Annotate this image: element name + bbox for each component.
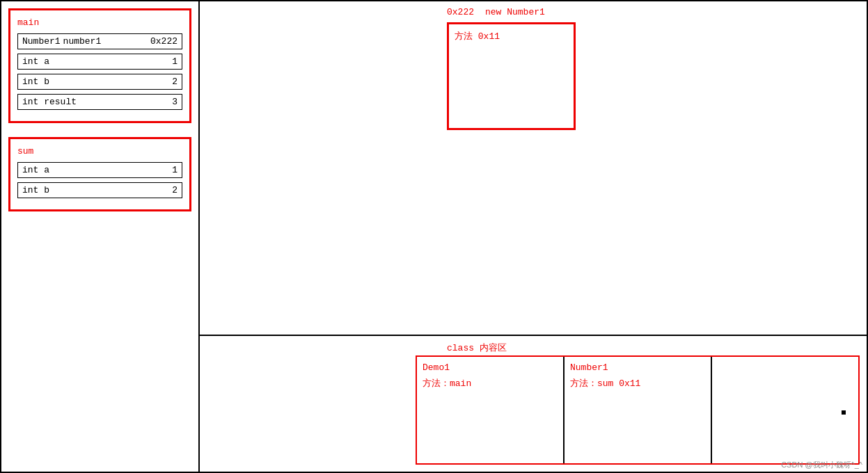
var-row-main-a: int a 1 — [17, 54, 182, 70]
var-row-main-b: int b 2 — [17, 74, 182, 90]
class-col-demo1-title: Demo1 — [423, 362, 558, 373]
class-area: class 内容区 Demo1 方法：main Number1 方法：sum 0… — [200, 336, 867, 472]
var-type-main-a: int a — [22, 56, 49, 67]
heap-new-label: new Number1 — [485, 7, 545, 17]
var-row-sum-b: int b 2 — [17, 182, 182, 198]
var-value-number1: 0x222 — [150, 36, 177, 47]
var-value-main-a: 1 — [172, 56, 177, 67]
var-value-sum-b: 2 — [172, 185, 177, 195]
var-type-sum-b: int b — [22, 185, 49, 195]
var-value-main-b: 2 — [172, 77, 177, 87]
var-row-main-result: int result 3 — [17, 94, 182, 110]
class-col-empty — [712, 357, 858, 463]
heap-area: 0x222 new Number1 方法 0x11 — [200, 1, 867, 336]
class-col-demo1-body: 方法：main — [423, 377, 558, 390]
var-type-sum-a: int a — [22, 165, 49, 175]
watermark: CSDN @我叫小魏呀^_^ — [781, 460, 862, 470]
main-container: main Number1 number1 0x222 int a 1 int b… — [0, 0, 868, 473]
var-type-main-b: int b — [22, 77, 49, 87]
right-panel: 0x222 new Number1 方法 0x11 class 内容区 Demo… — [200, 1, 867, 472]
class-col-demo1: Demo1 方法：main — [417, 357, 565, 463]
class-col-number1-body: 方法：sum 0x11 — [570, 377, 705, 390]
class-content-box: Demo1 方法：main Number1 方法：sum 0x11 — [416, 355, 860, 465]
heap-object: 方法 0x11 — [447, 22, 576, 130]
left-panel: main Number1 number1 0x222 int a 1 int b… — [1, 1, 200, 472]
var-row-sum-a: int a 1 — [17, 162, 182, 178]
var-type-number1: Number1 — [22, 36, 61, 47]
class-area-label: class 内容区 — [447, 342, 507, 354]
class-col-number1-title: Number1 — [570, 362, 705, 373]
frame-main-label: main — [17, 17, 182, 28]
class-col-number1: Number1 方法：sum 0x11 — [565, 357, 712, 463]
heap-method-label: 方法 0x11 — [455, 31, 500, 42]
var-type-main-result: int result — [22, 97, 77, 107]
var-row-number1: Number1 number1 0x222 — [17, 33, 182, 49]
heap-address-label: 0x222 — [447, 7, 474, 17]
dot-indicator — [842, 410, 846, 415]
stack-frame-sum: sum int a 1 int b 2 — [8, 137, 191, 211]
var-value-sum-a: 1 — [172, 165, 177, 175]
var-value-main-result: 3 — [172, 97, 177, 107]
stack-frame-main: main Number1 number1 0x222 int a 1 int b… — [8, 8, 191, 123]
frame-sum-label: sum — [17, 146, 182, 157]
var-name-number1: number1 — [63, 36, 150, 47]
